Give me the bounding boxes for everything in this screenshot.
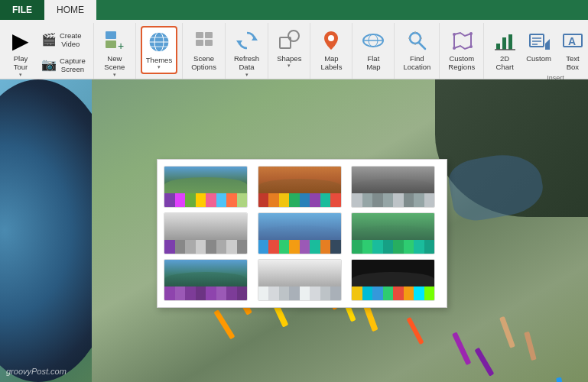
theme-item-2[interactable]: [258, 166, 342, 208]
shapes-button[interactable]: Shapes ▾: [273, 26, 305, 71]
svg-marker-14: [236, 40, 242, 45]
ribbon-group-scene-options: SceneOptions: [183, 23, 226, 79]
svg-point-27: [453, 33, 456, 36]
scene-buttons: + NewScene ▾: [99, 23, 131, 80]
custom-button[interactable]: Custom: [522, 26, 555, 65]
tab-bar: FILE HOME: [0, 0, 588, 20]
svg-marker-39: [545, 39, 550, 50]
theme-item-1[interactable]: [164, 166, 248, 208]
svg-rect-55: [556, 377, 566, 382]
svg-rect-57: [213, 309, 235, 339]
map-labels-icon: [319, 28, 343, 53]
svg-point-28: [469, 32, 473, 35]
svg-rect-32: [502, 37, 506, 50]
play-tour-label: PlayTour: [14, 54, 28, 72]
svg-rect-54: [524, 332, 537, 361]
capture-screen-button[interactable]: 📷 CaptureScreen: [38, 53, 89, 76]
ribbon-group-find-location: FindLocation: [395, 23, 440, 79]
2d-chart-button[interactable]: 2DChart: [489, 26, 521, 74]
svg-point-16: [288, 31, 299, 41]
scene-options-button[interactable]: SceneOptions: [187, 26, 220, 74]
ribbon-group-tour: ▶ PlayTour ▾ 🎬 CreateVideo 📷 CaptureScre…: [0, 23, 94, 79]
text-box-button[interactable]: A TextBox: [557, 26, 588, 74]
custom-icon: [527, 28, 551, 53]
svg-rect-56: [406, 317, 424, 345]
svg-rect-53: [499, 316, 515, 348]
text-box-icon: A: [560, 28, 585, 53]
create-video-button[interactable]: 🎬 CreateVideo: [38, 28, 89, 51]
map-area: groovyPost.com: [0, 79, 588, 382]
svg-text:+: +: [118, 40, 124, 52]
tab-home[interactable]: HOME: [44, 0, 96, 20]
custom-regions-button[interactable]: CustomRegions: [444, 26, 479, 74]
svg-text:A: A: [568, 35, 576, 47]
svg-rect-11: [196, 40, 203, 46]
video-icon: 🎬: [41, 32, 57, 47]
shapes-icon: [277, 28, 301, 53]
theme-item-6[interactable]: [351, 212, 435, 254]
svg-rect-31: [496, 44, 500, 50]
svg-rect-1: [106, 40, 116, 48]
ribbon-group-shapes: Shapes ▾: [268, 23, 310, 79]
theme-item-7[interactable]: [164, 259, 248, 301]
svg-point-17: [328, 35, 334, 41]
svg-point-30: [453, 47, 456, 50]
watermark: groovyPost.com: [6, 367, 67, 376]
svg-rect-0: [106, 31, 116, 39]
ribbon-group-map-labels: MapLabels: [310, 23, 352, 79]
play-tour-button[interactable]: ▶ PlayTour ▾: [5, 26, 37, 80]
svg-point-29: [469, 45, 473, 48]
svg-rect-52: [474, 348, 494, 377]
ribbon-group-custom-regions: CustomRegions: [440, 23, 484, 79]
refresh-data-button[interactable]: RefreshData ▾: [230, 26, 263, 80]
play-icon: ▶: [8, 28, 33, 53]
camera-icon: 📷: [41, 57, 57, 72]
theme-item-8[interactable]: [258, 259, 342, 301]
theme-item-9[interactable]: [351, 259, 435, 301]
scene-options-icon: [192, 28, 216, 53]
ribbon-group-refresh: RefreshData ▾: [226, 23, 268, 79]
ribbon-group-insert: 2DChart Custom: [484, 23, 588, 79]
ribbon-group-flat-map: FlatMap: [352, 23, 395, 79]
tour-buttons: ▶ PlayTour ▾ 🎬 CreateVideo 📷 CaptureScre…: [5, 23, 89, 80]
svg-marker-13: [252, 36, 258, 40]
theme-item-3[interactable]: [351, 166, 435, 208]
svg-rect-12: [205, 40, 213, 46]
ribbon-group-themes: Themes ▾: [136, 23, 183, 79]
svg-line-22: [419, 43, 425, 49]
new-scene-button[interactable]: + NewScene ▾: [99, 26, 131, 80]
themes-button[interactable]: Themes ▾: [141, 26, 177, 74]
themes-icon: [147, 30, 171, 54]
refresh-icon: [235, 28, 259, 53]
themes-dropdown: [157, 159, 447, 308]
svg-rect-51: [452, 332, 471, 365]
tab-file[interactable]: FILE: [0, 0, 44, 20]
ribbon-group-scene: + NewScene ▾: [94, 23, 136, 79]
svg-rect-33: [508, 34, 512, 50]
theme-item-5[interactable]: [258, 212, 342, 254]
flat-map-button[interactable]: FlatMap: [357, 26, 389, 74]
flat-map-icon: [361, 28, 385, 53]
find-location-icon: [404, 28, 429, 53]
chart-icon: [492, 28, 517, 53]
map-labels-button[interactable]: MapLabels: [315, 26, 347, 74]
find-location-button[interactable]: FindLocation: [399, 26, 434, 74]
svg-rect-9: [196, 32, 203, 38]
svg-rect-10: [205, 32, 213, 38]
new-scene-icon: +: [102, 28, 127, 53]
ribbon: ▶ PlayTour ▾ 🎬 CreateVideo 📷 CaptureScre…: [0, 20, 588, 79]
theme-item-4[interactable]: [164, 212, 248, 254]
custom-regions-icon: [450, 28, 474, 53]
themes-grid: [164, 166, 440, 301]
